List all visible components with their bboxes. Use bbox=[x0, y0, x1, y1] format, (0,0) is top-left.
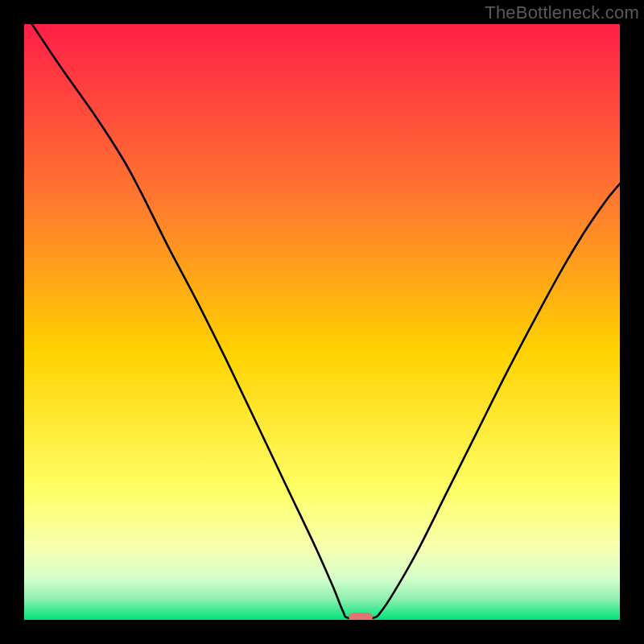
vertex-marker bbox=[349, 613, 373, 622]
attribution-label: TheBottleneck.com bbox=[485, 2, 639, 23]
chart-svg bbox=[0, 0, 644, 644]
chart-stage: TheBottleneck.com bbox=[0, 0, 644, 644]
gradient-background bbox=[24, 24, 620, 620]
